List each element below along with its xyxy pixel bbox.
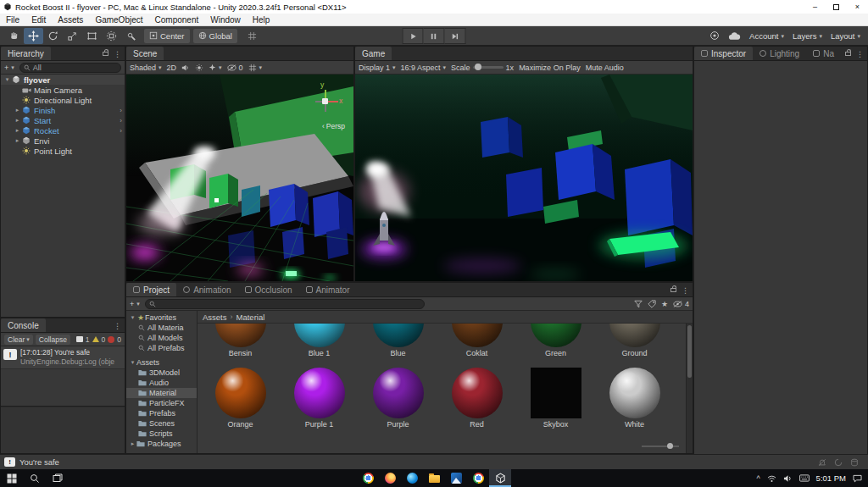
lock-icon[interactable] bbox=[845, 52, 851, 56]
network-icon[interactable] bbox=[767, 474, 776, 483]
scrollbar-thumb[interactable] bbox=[687, 325, 692, 378]
tab-navigation[interactable]: Na bbox=[806, 47, 841, 60]
material-asset[interactable]: Coklat bbox=[437, 324, 516, 357]
zoom-track[interactable] bbox=[642, 445, 679, 447]
tab-inspector[interactable]: Inspector bbox=[694, 47, 753, 60]
folder-3dmodel[interactable]: 3DModel bbox=[126, 368, 197, 378]
lighting-toggle-icon[interactable] bbox=[195, 64, 203, 72]
hierarchy-item-start[interactable]: ▸ Start › bbox=[1, 115, 125, 125]
folder-material[interactable]: Material bbox=[126, 388, 197, 398]
search-by-type-icon[interactable] bbox=[634, 300, 643, 308]
move-tool-button[interactable] bbox=[24, 28, 43, 44]
progress-activity-icon[interactable] bbox=[834, 458, 843, 467]
services-status-icon[interactable] bbox=[709, 30, 720, 41]
material-asset[interactable]: Skybox bbox=[516, 368, 595, 429]
rotate-tool-button[interactable] bbox=[43, 28, 63, 44]
material-asset[interactable]: Ground bbox=[595, 324, 674, 357]
thumbnail-zoom-slider[interactable] bbox=[642, 443, 679, 450]
axis-x[interactable] bbox=[328, 101, 338, 102]
folder-audio[interactable]: Audio bbox=[126, 378, 197, 388]
log-count-icon[interactable] bbox=[76, 336, 83, 342]
scale-slider-thumb[interactable] bbox=[475, 64, 481, 70]
collapse-caret-icon[interactable]: ▾ bbox=[3, 76, 11, 83]
hierarchy-item-rocket[interactable]: ▸ Rocket › bbox=[1, 125, 125, 136]
layers-dropdown[interactable]: Layers ▾ bbox=[793, 31, 822, 41]
create-add-button[interactable]: + ▾ bbox=[4, 64, 14, 72]
material-asset[interactable]: Blue 1 bbox=[280, 324, 359, 357]
muted-bell-icon[interactable] bbox=[818, 458, 826, 467]
account-dropdown[interactable]: Account ▾ bbox=[749, 31, 784, 41]
collapse-caret-icon[interactable]: ▾ bbox=[129, 359, 136, 366]
maximize-button[interactable] bbox=[826, 0, 847, 14]
expand-caret-icon[interactable]: ▸ bbox=[129, 440, 136, 447]
hierarchy-item-main-camera[interactable]: Main Camera bbox=[1, 85, 125, 95]
cloud-collaborate-icon[interactable] bbox=[728, 31, 741, 41]
clear-button[interactable]: Clear ▾ bbox=[4, 335, 33, 345]
transform-tool-button[interactable] bbox=[102, 28, 121, 44]
lock-icon[interactable] bbox=[670, 288, 676, 292]
layout-dropdown[interactable]: Layout ▾ bbox=[831, 31, 860, 41]
tab-lighting[interactable]: Lighting bbox=[753, 47, 806, 60]
panel-menu-icon[interactable]: ⋮ bbox=[682, 286, 689, 295]
tab-scene[interactable]: Scene bbox=[126, 47, 164, 60]
packages-root[interactable]: ▸ Packages bbox=[126, 439, 197, 449]
game-viewport[interactable] bbox=[355, 75, 693, 281]
breadcrumb-assets[interactable]: Assets bbox=[203, 313, 227, 322]
task-view-button[interactable] bbox=[46, 469, 69, 487]
expand-caret-icon[interactable]: ▸ bbox=[14, 117, 21, 124]
assets-root[interactable]: ▾ Assets bbox=[126, 357, 197, 368]
menu-edit[interactable]: Edit bbox=[25, 14, 52, 25]
prefab-open-arrow-icon[interactable]: › bbox=[120, 117, 122, 125]
hierarchy-scene-row[interactable]: ▾ flyover bbox=[1, 75, 125, 85]
console-log-entry[interactable]: ! [17:01:28] You're safe UnityEngine.Deb… bbox=[1, 346, 125, 369]
shading-mode-dropdown[interactable]: Shaded ▾ bbox=[130, 64, 162, 72]
cache-server-icon[interactable] bbox=[850, 458, 859, 467]
hierarchy-item-finish[interactable]: ▸ Finish › bbox=[1, 105, 125, 115]
action-center-icon[interactable] bbox=[853, 474, 862, 483]
firefox-icon[interactable] bbox=[379, 469, 401, 487]
search-by-label-icon[interactable] bbox=[648, 300, 656, 308]
warning-count-icon[interactable] bbox=[92, 336, 99, 342]
hidden-objects-toggle[interactable]: 0 bbox=[227, 64, 243, 72]
maximize-on-play-toggle[interactable]: Maximize On Play bbox=[519, 64, 581, 72]
zoom-thumb[interactable] bbox=[667, 443, 673, 449]
lock-icon[interactable] bbox=[103, 52, 108, 56]
menu-file[interactable]: File bbox=[0, 14, 25, 25]
project-scrollbar[interactable] bbox=[686, 324, 693, 453]
material-asset[interactable]: Green bbox=[516, 324, 595, 357]
step-button[interactable] bbox=[445, 28, 466, 44]
start-button[interactable] bbox=[0, 469, 23, 487]
projection-toggle[interactable]: ‹ Persp bbox=[322, 122, 345, 130]
grid-visibility-dropdown[interactable]: ▾ bbox=[248, 64, 263, 72]
prefab-open-arrow-icon[interactable]: › bbox=[120, 107, 122, 114]
taskbar-search-button[interactable] bbox=[23, 469, 46, 487]
unity-taskbar-icon[interactable] bbox=[489, 469, 511, 487]
hidden-icons-button[interactable]: ^ bbox=[756, 474, 760, 483]
expand-caret-icon[interactable]: ▸ bbox=[14, 137, 21, 144]
material-asset[interactable]: White bbox=[595, 368, 674, 429]
project-search-input[interactable] bbox=[145, 299, 425, 309]
scale-tool-button[interactable] bbox=[63, 28, 82, 44]
tab-hierarchy[interactable]: Hierarchy bbox=[1, 47, 51, 60]
material-asset[interactable]: Blue bbox=[359, 324, 437, 357]
chrome-icon[interactable] bbox=[357, 469, 379, 487]
status-message[interactable]: You're safe bbox=[19, 457, 59, 467]
folder-particlefx[interactable]: ParticleFX bbox=[126, 398, 197, 408]
scale-slider[interactable] bbox=[473, 66, 504, 69]
tab-game[interactable]: Game bbox=[355, 47, 392, 60]
2d-toggle-button[interactable]: 2D bbox=[167, 64, 177, 72]
folder-prefabs[interactable]: Prefabs bbox=[126, 408, 197, 418]
collapse-button[interactable]: Collapse bbox=[36, 335, 70, 345]
material-asset[interactable]: Purple 1 bbox=[280, 368, 359, 429]
photos-icon[interactable] bbox=[445, 469, 467, 487]
scene-orientation-gizmo[interactable]: x y bbox=[308, 85, 345, 120]
tab-occlusion[interactable]: Occlusion bbox=[238, 283, 299, 296]
taskbar-clock[interactable]: 5:01 PM bbox=[816, 473, 846, 483]
touch-keyboard-icon[interactable] bbox=[799, 474, 810, 482]
display-dropdown[interactable]: Display 1 ▾ bbox=[359, 64, 396, 72]
menu-help[interactable]: Help bbox=[247, 14, 276, 25]
create-asset-button[interactable]: + ▾ bbox=[130, 300, 140, 308]
grid-snap-button[interactable] bbox=[242, 28, 262, 44]
prefab-open-arrow-icon[interactable]: › bbox=[120, 127, 122, 135]
menu-component[interactable]: Component bbox=[149, 14, 205, 25]
